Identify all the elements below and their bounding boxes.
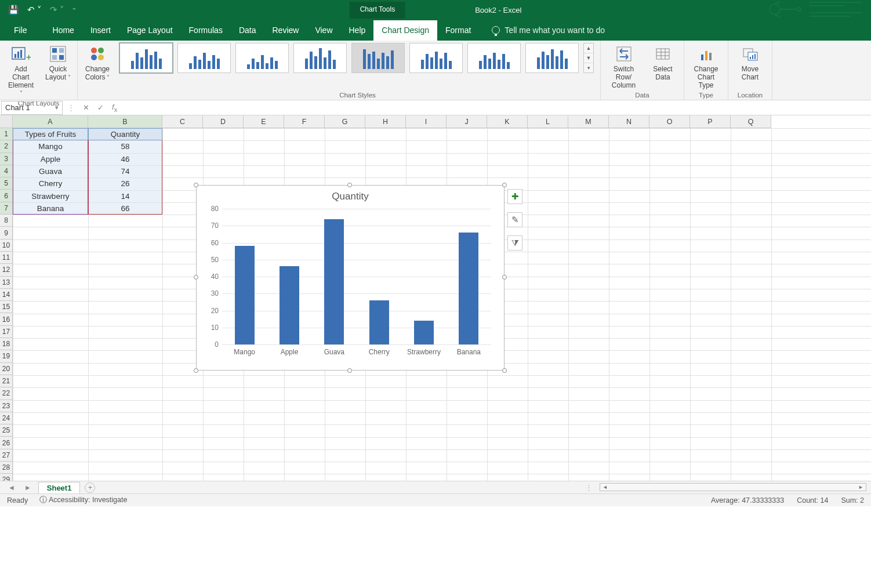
tab-view[interactable]: View: [307, 20, 340, 41]
select-data-button[interactable]: Select Data: [647, 43, 679, 83]
column-header[interactable]: P: [690, 115, 731, 128]
chart-styles-button[interactable]: ✎: [507, 212, 522, 227]
new-sheet-button[interactable]: +: [85, 482, 95, 493]
row-header[interactable]: 14: [0, 289, 13, 301]
cell[interactable]: Apple: [13, 153, 88, 165]
tab-data[interactable]: Data: [231, 20, 264, 41]
formula-input[interactable]: [161, 101, 871, 115]
tell-me-search[interactable]: Tell me what you want to do: [479, 20, 612, 41]
accessibility-status[interactable]: ⓘ Accessibility: Investigate: [39, 495, 127, 505]
tab-format[interactable]: Format: [437, 20, 479, 41]
chart-style-thumb[interactable]: [235, 43, 289, 73]
switch-row-column-button[interactable]: Switch Row/ Column: [605, 43, 642, 90]
move-chart-button[interactable]: Move Chart: [733, 43, 767, 83]
row-header[interactable]: 18: [0, 338, 13, 350]
chart-bar[interactable]: [369, 300, 389, 344]
cell[interactable]: 58: [88, 140, 162, 153]
row-header[interactable]: 17: [0, 326, 13, 338]
chart-style-thumb[interactable]: [467, 43, 521, 73]
tab-scroll-right-icon[interactable]: ►: [22, 484, 34, 492]
column-header[interactable]: E: [244, 115, 284, 128]
chart-style-thumb[interactable]: [525, 43, 579, 73]
cell[interactable]: Cherry: [13, 177, 88, 190]
row-header[interactable]: 1: [0, 128, 13, 140]
add-chart-element-button[interactable]: + Add Chart Element: [5, 43, 37, 99]
resize-handle[interactable]: [502, 183, 507, 187]
chart-bar[interactable]: [324, 219, 344, 344]
column-header[interactable]: Q: [731, 115, 771, 128]
save-icon[interactable]: 💾: [8, 5, 19, 15]
cell[interactable]: Types of Fruits: [13, 128, 88, 140]
cell[interactable]: Strawberry: [13, 190, 88, 202]
column-header[interactable]: J: [447, 115, 487, 128]
column-header[interactable]: I: [406, 115, 447, 128]
chart-style-thumb[interactable]: [177, 43, 231, 73]
cell[interactable]: 46: [88, 153, 162, 165]
chart-style-thumb[interactable]: [351, 43, 405, 73]
tab-file[interactable]: File: [6, 20, 35, 41]
row-header[interactable]: 13: [0, 277, 13, 289]
redo-icon[interactable]: ↷ ˅: [50, 5, 64, 15]
resize-handle[interactable]: [194, 275, 198, 280]
cancel-icon[interactable]: ✕: [83, 103, 89, 112]
quick-layout-button[interactable]: Quick Layout: [42, 43, 74, 83]
chart-style-thumb[interactable]: [293, 43, 347, 73]
resize-handle[interactable]: [502, 368, 507, 373]
row-header[interactable]: 25: [0, 424, 13, 437]
column-header[interactable]: F: [284, 115, 325, 128]
resize-handle[interactable]: [502, 275, 507, 280]
tab-home[interactable]: Home: [45, 20, 82, 41]
row-header[interactable]: 8: [0, 215, 13, 227]
cell[interactable]: Quantity: [88, 128, 162, 140]
row-header[interactable]: 10: [0, 239, 13, 252]
row-header[interactable]: 21: [0, 375, 13, 387]
column-header[interactable]: B: [88, 115, 162, 128]
resize-handle[interactable]: [347, 183, 352, 187]
tab-formulas[interactable]: Formulas: [181, 20, 231, 41]
plot-area[interactable]: 01020304050607080MangoAppleGuavaCherrySt…: [222, 209, 491, 344]
chart-title[interactable]: Quantity: [197, 186, 504, 205]
cell[interactable]: Mango: [13, 140, 88, 153]
column-header[interactable]: D: [203, 115, 244, 128]
chart-style-thumb[interactable]: [119, 43, 173, 73]
enter-icon[interactable]: ✓: [97, 103, 104, 112]
row-header[interactable]: 3: [0, 153, 13, 165]
resize-handle[interactable]: [194, 183, 198, 187]
resize-handle[interactable]: [194, 368, 198, 373]
chart-bar[interactable]: [459, 233, 478, 344]
chart-bar[interactable]: [414, 321, 434, 344]
row-header[interactable]: 23: [0, 400, 13, 412]
row-header[interactable]: 15: [0, 301, 13, 313]
horizontal-scrollbar[interactable]: [600, 483, 866, 491]
chart-bar[interactable]: [235, 246, 255, 344]
chart-filters-button[interactable]: ⧩: [507, 235, 522, 251]
row-header[interactable]: 20: [0, 363, 13, 375]
row-header[interactable]: 12: [0, 264, 13, 276]
tab-chart-design[interactable]: Chart Design: [373, 20, 437, 41]
tab-review[interactable]: Review: [264, 20, 307, 41]
cell[interactable]: 26: [88, 177, 162, 190]
column-header[interactable]: N: [609, 115, 649, 128]
tab-help[interactable]: Help: [341, 20, 374, 41]
chart-elements-button[interactable]: ✚: [507, 189, 522, 204]
column-header[interactable]: H: [365, 115, 406, 128]
row-header[interactable]: 7: [0, 202, 13, 215]
sheet-tab-sheet1[interactable]: Sheet1: [38, 482, 81, 493]
undo-icon[interactable]: ↶ ˅: [27, 5, 42, 15]
row-header[interactable]: 26: [0, 437, 13, 449]
cell[interactable]: Guava: [13, 165, 88, 177]
column-header[interactable]: L: [528, 115, 568, 128]
select-all-corner[interactable]: [0, 115, 13, 128]
name-box[interactable]: Chart 1 ▾: [1, 101, 63, 115]
cell[interactable]: 14: [88, 190, 162, 202]
column-header[interactable]: A: [13, 115, 88, 128]
row-header[interactable]: 11: [0, 252, 13, 264]
row-header[interactable]: 27: [0, 449, 13, 462]
column-header[interactable]: O: [649, 115, 690, 128]
gallery-scroll[interactable]: ▲▼▾: [583, 43, 594, 73]
row-header[interactable]: 29: [0, 474, 13, 481]
cell[interactable]: 66: [88, 202, 162, 215]
chart-bar[interactable]: [280, 266, 299, 344]
row-header[interactable]: 24: [0, 412, 13, 424]
column-header[interactable]: M: [568, 115, 609, 128]
